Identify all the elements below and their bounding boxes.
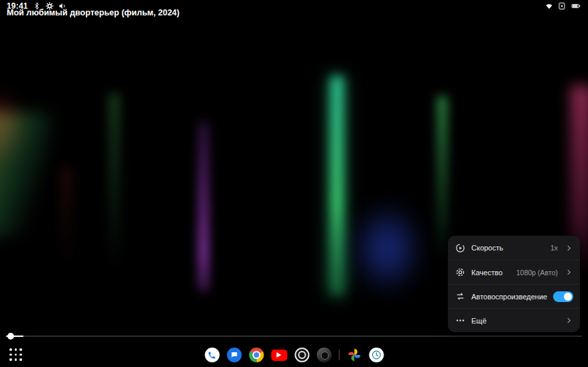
status-bar: 19:41 <box>7 1 581 11</box>
menu-item-value: 1080p (Авто) <box>516 269 558 277</box>
status-bar-left: 19:41 <box>7 1 66 11</box>
video-progress-bar[interactable] <box>6 333 582 340</box>
toggle-knob <box>564 293 572 301</box>
sim-alert-icon <box>558 2 566 10</box>
video-light-streak <box>109 94 119 269</box>
autoplay-toggle[interactable] <box>553 291 573 302</box>
camera-app-icon[interactable] <box>316 348 331 362</box>
player-settings-menu: Скорость 1x Качество 1080p (Авто) Автово… <box>448 236 580 332</box>
chevron-right-icon <box>565 317 573 324</box>
gear-icon <box>46 2 54 10</box>
wifi-icon <box>545 2 553 10</box>
recorder-app-icon[interactable] <box>294 348 309 362</box>
menu-item-speed[interactable]: Скорость 1x <box>448 236 580 260</box>
play-icon <box>277 352 282 358</box>
volume-icon <box>58 2 66 10</box>
chat-bubble-icon <box>230 351 238 359</box>
youtube-app-icon[interactable] <box>271 350 287 361</box>
menu-item-label: Ещё <box>471 317 559 325</box>
menu-item-label: Автовоспроизведение <box>471 293 547 301</box>
tablet-screen: 19:41 <box>0 0 588 367</box>
bluetooth-icon <box>33 2 41 10</box>
chevron-right-icon <box>565 244 573 252</box>
clock-hands-icon <box>371 350 381 360</box>
status-bar-right <box>545 2 581 10</box>
video-light-streak <box>62 167 71 268</box>
photos-app-icon[interactable] <box>347 348 361 362</box>
video-light-streak <box>349 200 426 297</box>
chrome-app-icon[interactable] <box>249 348 263 362</box>
phone-glyph-icon <box>208 351 217 360</box>
photos-pinwheel-icon <box>347 348 361 362</box>
quality-gear-icon <box>455 267 465 277</box>
menu-item-label: Скорость <box>471 244 544 252</box>
more-dots-icon <box>455 315 465 325</box>
phone-app-icon[interactable] <box>204 348 219 362</box>
video-light-streak <box>0 113 50 236</box>
messages-app-icon[interactable] <box>227 348 241 362</box>
clock-time: 19:41 <box>7 1 28 11</box>
clock-app-icon[interactable] <box>369 348 384 362</box>
dock-apps <box>204 343 384 367</box>
menu-item-value: 1x <box>550 244 558 252</box>
video-light-streak <box>331 76 343 295</box>
video-light-streak <box>438 96 447 263</box>
menu-item-label: Качество <box>471 269 510 277</box>
all-apps-button[interactable] <box>9 348 23 362</box>
menu-item-more[interactable]: Ещё <box>448 308 580 332</box>
chevron-right-icon <box>565 269 573 276</box>
video-light-streak <box>199 122 208 291</box>
dock-divider <box>339 350 339 360</box>
playback-speed-icon <box>455 243 465 253</box>
menu-item-quality[interactable]: Качество 1080p (Авто) <box>448 260 580 284</box>
menu-item-autoplay[interactable]: Автовоспроизведение <box>448 284 580 308</box>
autoplay-repeat-icon <box>455 291 465 301</box>
battery-icon <box>571 2 581 10</box>
progress-handle[interactable] <box>7 333 14 340</box>
progress-track <box>6 336 582 337</box>
dock <box>0 343 588 367</box>
